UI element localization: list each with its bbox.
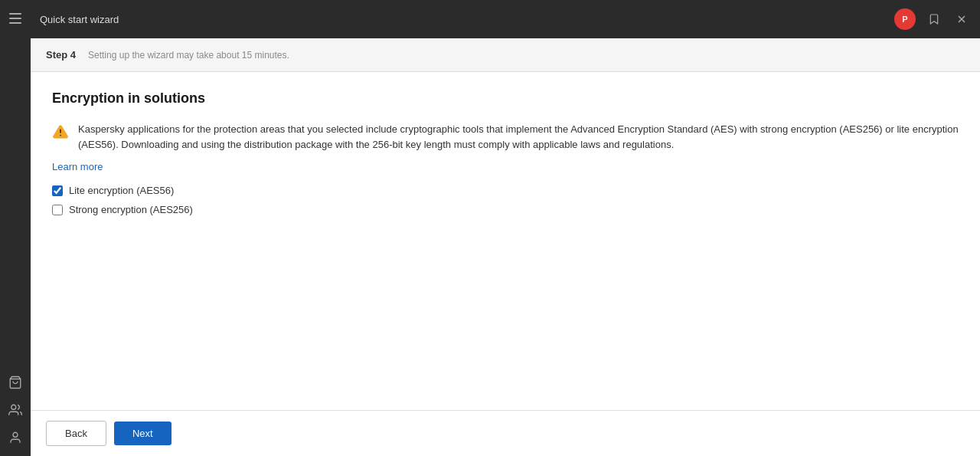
bag-icon[interactable] xyxy=(3,370,28,395)
warning-text: Kaspersky applications for the protectio… xyxy=(78,122,959,152)
warning-triangle-icon xyxy=(52,123,69,143)
strong-encryption-label: Strong encryption (AES256) xyxy=(69,204,193,215)
content-area: Step 4 Setting up the wizard may take ab… xyxy=(31,38,980,456)
footer: Back Next xyxy=(31,410,980,456)
title-bar: Quick start wizard P xyxy=(31,0,980,38)
page-title: Encryption in solutions xyxy=(52,90,959,107)
lite-encryption-option[interactable]: Lite encryption (AES56) xyxy=(52,185,959,196)
step-description: Setting up the wizard may take about 15 … xyxy=(88,50,289,61)
main-window: Quick start wizard P Step 4 Setting up t… xyxy=(31,0,980,456)
encryption-options: Lite encryption (AES56) Strong encryptio… xyxy=(52,185,959,215)
title-bar-actions: P xyxy=(894,8,971,30)
window-title: Quick start wizard xyxy=(40,14,885,25)
svg-point-6 xyxy=(60,135,61,136)
strong-encryption-checkbox[interactable] xyxy=(52,205,63,215)
step-label: Step 4 xyxy=(46,49,76,61)
bookmark-icon[interactable] xyxy=(925,10,943,28)
hamburger-menu[interactable] xyxy=(3,6,28,31)
page-content: Encryption in solutions Kaspersky applic… xyxy=(31,72,980,410)
next-button[interactable]: Next xyxy=(114,422,172,445)
lite-encryption-checkbox[interactable] xyxy=(52,185,63,196)
users-icon[interactable] xyxy=(3,398,28,422)
user-avatar[interactable]: P xyxy=(894,8,916,30)
back-button[interactable]: Back xyxy=(46,421,106,446)
svg-point-1 xyxy=(11,405,16,409)
lite-encryption-label: Lite encryption (AES56) xyxy=(69,185,174,196)
step-bar: Step 4 Setting up the wizard may take ab… xyxy=(31,38,980,72)
svg-point-2 xyxy=(13,432,18,437)
learn-more-link[interactable]: Learn more xyxy=(52,161,103,172)
person-icon[interactable] xyxy=(3,425,28,450)
warning-block: Kaspersky applications for the protectio… xyxy=(52,122,959,152)
strong-encryption-option[interactable]: Strong encryption (AES256) xyxy=(52,204,959,215)
close-icon[interactable] xyxy=(952,10,971,28)
sidebar xyxy=(0,0,31,456)
